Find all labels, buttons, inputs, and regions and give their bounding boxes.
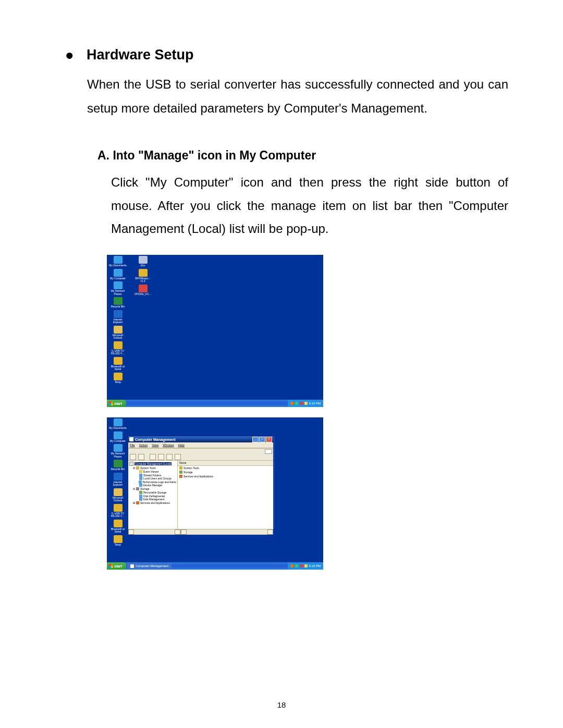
desktop-icon[interactable]: IL USB TO RS-232 V…	[109, 341, 127, 355]
scroll-left-button[interactable]: ‹	[181, 529, 187, 535]
intro-paragraph: When the USB to serial converter has suc…	[87, 72, 508, 120]
tree-item[interactable]: Shared Folders	[136, 474, 176, 477]
inner-titlebar	[128, 448, 273, 454]
tree-item[interactable]: Event Viewer	[136, 470, 176, 473]
menu-window[interactable]: Window	[163, 443, 174, 447]
start-button[interactable]: start	[107, 400, 126, 407]
tree-pane[interactable]: Computer Management (Local) ⊟System Tool…	[128, 461, 178, 529]
forward-button[interactable]: →	[138, 454, 144, 460]
computer-management-window: Computer Management _ □ × File Action Vi…	[128, 436, 274, 528]
list-item[interactable]: System Tools	[178, 466, 273, 470]
desktop-icon[interactable]: Bluetooth to Serial	[109, 520, 127, 534]
back-button[interactable]: ←	[130, 454, 136, 460]
desktop-icon[interactable]: My Computer	[109, 269, 127, 280]
list-header[interactable]: Name	[178, 461, 273, 466]
tree-item[interactable]: Disk Defragmenter	[136, 495, 176, 498]
tree-item[interactable]: Performance Logs and Alerts	[136, 480, 176, 484]
window-title: Computer Management	[135, 438, 176, 441]
help-button[interactable]: ?	[175, 454, 181, 460]
desktop-icon[interactable]: Recycle Bin	[109, 297, 127, 309]
close-button[interactable]: ×	[266, 437, 272, 442]
taskbar: start Computer Management 6:10 PM	[107, 562, 323, 570]
tray-icon	[300, 402, 303, 405]
tree-root[interactable]: Computer Management (Local)	[134, 462, 172, 465]
tray-icon	[290, 564, 293, 567]
scroll-right-button[interactable]: ›	[175, 529, 180, 535]
system-tray: 6:10 PM	[288, 562, 323, 570]
list-pane[interactable]: Name System ToolsStorageServices and App…	[178, 461, 273, 529]
taskbar: start 6:10 PM	[107, 400, 323, 407]
sub-paragraph: Click "My Computer" icon and then press …	[111, 171, 508, 240]
desktop-icon[interactable]: My Computer	[109, 431, 127, 443]
desktop-icon[interactable]: Recycle Bin	[109, 460, 127, 471]
refresh-button[interactable]: ⟳	[166, 454, 173, 460]
system-tray: 6:10 PM	[288, 400, 323, 407]
scroll-right-button[interactable]: ›	[267, 529, 273, 535]
tray-icon	[295, 564, 298, 567]
heading-text: Hardware Setup	[87, 47, 194, 63]
maximize-button[interactable]: □	[259, 437, 265, 442]
desktop-icons: My DocumentsMy ComputerMy Network Places…	[109, 256, 152, 384]
desktop-icon[interactable]: Microsoft Outlook	[109, 326, 127, 340]
tray-icon	[290, 402, 293, 405]
tree-item[interactable]: Disk Management	[136, 498, 176, 501]
desktop-icon[interactable]: Temp	[109, 535, 127, 547]
list-item[interactable]: Storage	[178, 470, 273, 474]
desktop-icon[interactable]: My Network Places	[109, 444, 127, 458]
inner-restore-button[interactable]	[265, 449, 272, 454]
desktop-icon[interactable]: Internet Explorer	[109, 310, 127, 324]
taskbar-item[interactable]: Computer Management	[127, 563, 172, 569]
tree-item[interactable]: Removable Storage	[136, 491, 176, 494]
tree-item[interactable]: ⊟System Tools	[132, 466, 176, 470]
sub-heading: A. Into "Manage" icon in My Computer	[97, 149, 508, 163]
desktop-icon[interactable]: Bluetooth to Serial	[109, 357, 127, 371]
page-number: 18	[0, 700, 563, 709]
tree-item[interactable]: ⊟Storage	[132, 487, 176, 490]
desktop-icon[interactable]: My Documents	[109, 256, 127, 267]
screenshot-desktop: My DocumentsMy ComputerMy Network Places…	[107, 255, 323, 407]
horizontal-scrollbar[interactable]: ‹ › ‹ ›	[128, 529, 273, 535]
desktop-icon[interactable]: i2cx	[134, 256, 152, 267]
desktop-icon[interactable]: My Network Places	[109, 281, 127, 295]
tray-icon	[295, 402, 298, 405]
tree-item[interactable]: ⊞Services and Applications	[132, 501, 176, 504]
menu-help[interactable]: Help	[178, 443, 185, 447]
desktop-icon[interactable]: CP210x_VC…	[134, 285, 152, 296]
properties-button[interactable]: ☰	[158, 454, 164, 460]
tree-item[interactable]: Device Manager	[136, 484, 176, 487]
desktop-icon[interactable]: My Documents	[109, 418, 127, 430]
desktop-icon[interactable]: Internet Explorer	[109, 473, 127, 487]
document-page: ● Hardware Setup When the USB to serial …	[0, 0, 563, 728]
scroll-left-button[interactable]: ‹	[128, 529, 134, 535]
window-titlebar: Computer Management _ □ ×	[128, 436, 273, 442]
menu-bar: File Action View Window Help	[128, 442, 273, 448]
bullet-icon: ●	[65, 48, 74, 63]
tray-icon	[304, 564, 308, 567]
tree-item[interactable]: Local Users and Groups	[136, 477, 176, 480]
app-icon	[129, 437, 133, 441]
up-button[interactable]: ⬚	[150, 454, 156, 460]
start-button[interactable]: start	[107, 562, 126, 570]
menu-file[interactable]: File	[130, 443, 135, 447]
desktop-icon[interactable]: Microsoft Outlook	[109, 488, 127, 502]
tray-icon	[300, 564, 303, 567]
desktop-icon[interactable]: IL USB TO RS-232 V…	[109, 504, 127, 518]
menu-view[interactable]: View	[152, 443, 158, 447]
toolbar: ← → ⬚ ☰ ⟳ ?	[128, 454, 273, 461]
clock: 6:10 PM	[309, 564, 321, 567]
minimize-button[interactable]: _	[252, 437, 259, 442]
list-item[interactable]: Services and Applications	[178, 474, 273, 478]
tray-icon	[304, 402, 308, 405]
screenshot-computer-management: My DocumentsMy ComputerMy Network Places…	[107, 417, 323, 570]
section-heading: ● Hardware Setup	[65, 47, 508, 63]
desktop-icon[interactable]: Temp	[109, 373, 127, 384]
menu-action[interactable]: Action	[139, 443, 148, 447]
desktop-icons: My DocumentsMy ComputerMy Network Places…	[109, 418, 127, 546]
clock: 6:10 PM	[309, 402, 321, 405]
desktop-icon[interactable]: SPI/Wizard… v1.2	[134, 269, 152, 283]
